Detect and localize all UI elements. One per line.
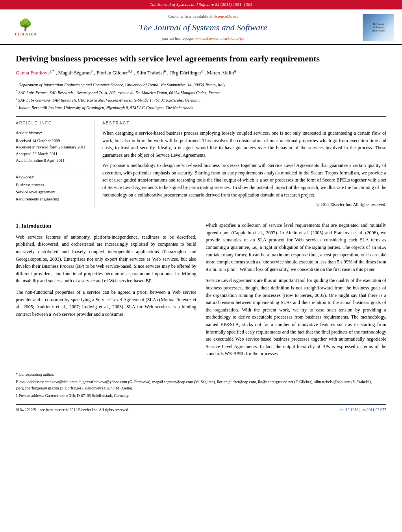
homepage-url[interactable]: www.elsevier.com/locate/jss [195, 36, 244, 41]
affil-b: b SAP Labs France, SAP Research – Securi… [16, 89, 386, 96]
affiliations: a Department of Information Engineering … [16, 81, 386, 111]
sciencedirect-url[interactable]: ScienceDirect [213, 14, 238, 19]
revised-date: Received in revised form 26 January 2011 [16, 144, 89, 151]
intro-para-2: The non-functional properties of a servi… [16, 289, 196, 318]
copyright-text: 0164-1212/$ – see front matter © 2011 El… [16, 407, 129, 413]
intro-heading: 1. Introduction [16, 222, 196, 230]
tree-icon: 🌳 [15, 18, 37, 32]
header-center: Contents lists available at ScienceDirec… [43, 13, 363, 42]
keyword-2: Service level agreement [16, 189, 89, 196]
body-col-right: which specifies a collection of service … [206, 222, 387, 361]
journal-cover-thumbnail: The Journalof Systemsand Software [363, 14, 394, 41]
article-history: Article history: Received 14 October 200… [16, 130, 89, 164]
abstract-copyright: © 2011 Elsevier Inc. All rights reserved… [102, 202, 386, 208]
elsevier-logo-container: 🌳 ELSEVIER [8, 16, 43, 39]
info-divider [16, 169, 89, 169]
available-date: Available online 8 April 2011 [16, 158, 89, 164]
journal-homepage: journal homepage: www.elsevier.com/locat… [51, 35, 355, 42]
main-content: Deriving business processes with service… [0, 45, 402, 423]
elsevier-logo: 🌳 ELSEVIER [15, 18, 37, 37]
abstract-label: ABSTRACT [102, 120, 386, 126]
keyword-3: Requirements engineering [16, 196, 89, 203]
abstract-col: ABSTRACT When designing a service-based … [102, 120, 386, 208]
journal-banner: The Journal of Systems and Software 84 (… [0, 0, 402, 9]
star-note: * Corresponding author. [16, 371, 386, 378]
authors: Ganna Frankovaa,* , Magali Séguranb , Fl… [16, 68, 386, 77]
thumb-text: The Journalof Systemsand Software [371, 22, 385, 33]
elsevier-label: ELSEVIER [15, 32, 37, 36]
affil-d: d Johann Bernoulli Institute, University… [16, 104, 386, 111]
intro-col2-para-2: Service Level Agreements are thus an imp… [206, 277, 387, 358]
history-label: Article history: [16, 130, 89, 137]
article-info-label: ARTICLE INFO [16, 120, 89, 126]
footnotes-area: * Corresponding author. E-mail addresses… [16, 368, 386, 399]
body-content: 1. Introduction Web services features of… [16, 216, 386, 361]
keywords-section: Keywords: Business process Service level… [16, 173, 89, 203]
affil-c: c SAP Labs Germany, SAP Research, CEC Ka… [16, 96, 386, 103]
accepted-date: Accepted 29 March 2011 [16, 151, 89, 158]
intro-para-1: Web services features of autonomy, platf… [16, 234, 196, 285]
sciencedirect-link: Contents lists available at ScienceDirec… [51, 13, 355, 20]
article-info-abstract: ARTICLE INFO Article history: Received 1… [16, 116, 386, 208]
journal-title: The Journal of Systems and Software [51, 21, 355, 34]
email-footnote: E-mail addresses: frankova@disi.unitn.it… [16, 379, 386, 391]
keyword-1: Business process [16, 182, 89, 189]
abstract-para-1: When designing a service-based business … [102, 130, 386, 159]
abstract-para-2: We propose a methodology to design servi… [102, 162, 386, 198]
article-info-col: ARTICLE INFO Article history: Received 1… [16, 120, 94, 208]
body-col-left: 1. Introduction Web services features of… [16, 222, 196, 361]
footnote-1: 1 Present address: Gartenstraße e 31b, D… [16, 393, 386, 399]
received-date: Received 14 October 2009 [16, 138, 89, 145]
author-frankova[interactable]: Ganna Frankova [16, 70, 50, 76]
bottom-strip: 0164-1212/$ – see front matter © 2011 El… [16, 404, 386, 415]
keywords-label: Keywords: [16, 173, 89, 181]
journal-header: 🌳 ELSEVIER Contents lists available at S… [0, 9, 402, 45]
intro-col2-para-1: which specifies a collection of service … [206, 222, 387, 273]
doi-link[interactable]: doi:10.1016/j.jss.2011.03.077 [339, 407, 386, 413]
affil-a: a Department of Information Engineering … [16, 81, 386, 88]
body-two-col: 1. Introduction Web services features of… [16, 222, 386, 361]
article-title: Deriving business processes with service… [16, 53, 386, 65]
